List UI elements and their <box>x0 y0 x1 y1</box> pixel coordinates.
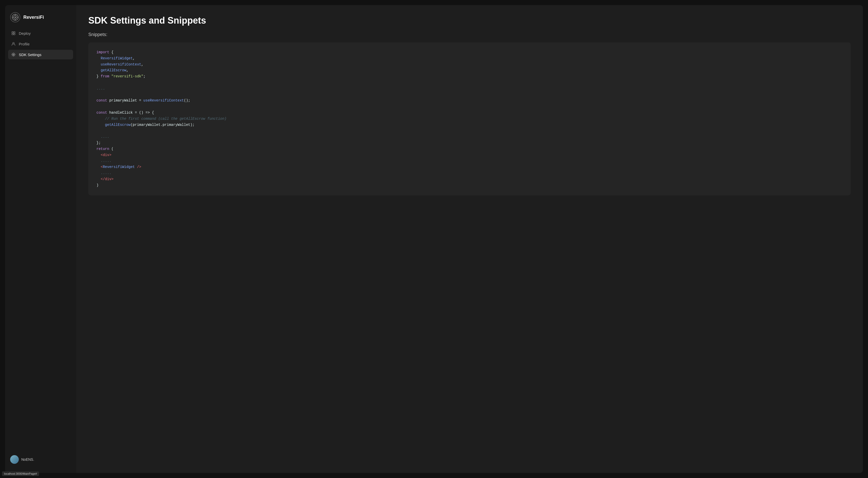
code-line-blank3 <box>96 104 843 110</box>
logo-icon <box>10 12 20 22</box>
svg-rect-8 <box>14 32 15 33</box>
code-line-close-paren: ) <box>96 183 843 189</box>
code-line-blank1 <box>96 79 843 86</box>
url-text: localhost:3000/MainPage# <box>4 472 37 475</box>
logo-svg <box>12 14 19 21</box>
url-bar: localhost:3000/MainPage# <box>2 471 39 476</box>
sdk-settings-label: SDK Settings <box>19 53 41 57</box>
avatar-image <box>10 455 19 464</box>
code-line-5: } from "reversifi-sdk"; <box>96 73 843 79</box>
code-line-close-brace: }; <box>96 140 843 146</box>
sidebar: ReversiFi Deploy Profile <box>5 5 76 473</box>
code-line-widget: <ReversifiWidget /> <box>96 164 843 170</box>
code-line-comment: // Run the first command (call the getAl… <box>96 116 843 122</box>
main-content: SDK Settings and Snippets Snippets: impo… <box>76 5 863 473</box>
code-line-dots2: .... <box>96 134 843 140</box>
code-line-div-open: <div> <box>96 152 843 158</box>
code-line-4: getAllEscrow, <box>96 67 843 73</box>
svg-point-2 <box>15 17 16 18</box>
sidebar-item-deploy[interactable]: Deploy <box>8 28 73 38</box>
sidebar-item-sdk-settings[interactable]: SDK Settings <box>8 50 73 59</box>
sdk-settings-icon <box>11 52 16 57</box>
snippets-label: Snippets: <box>88 32 851 37</box>
code-line-div-close: </div> <box>96 176 843 183</box>
code-line-1: import { <box>96 50 843 56</box>
code-line-3: useReversifiContext, <box>96 62 843 68</box>
profile-icon <box>11 42 16 46</box>
code-block: import { ReversifiWidget, useReversifiCo… <box>88 42 851 195</box>
sidebar-item-profile[interactable]: Profile <box>8 39 73 49</box>
svg-point-12 <box>13 54 14 55</box>
avatar <box>10 455 19 464</box>
page-title: SDK Settings and Snippets <box>88 15 851 26</box>
deploy-label: Deploy <box>19 31 31 35</box>
sidebar-footer: NoENS. <box>5 451 76 468</box>
profile-label: Profile <box>19 42 30 46</box>
code-line-blank2 <box>96 92 843 98</box>
sidebar-nav: Deploy Profile SDK Settings <box>5 28 76 451</box>
code-line-dots3: ..... <box>96 158 843 164</box>
svg-rect-9 <box>12 33 13 35</box>
code-line-pw: const primaryWallet = useReversifiContex… <box>96 98 843 104</box>
footer-username: NoENS. <box>21 457 34 461</box>
svg-rect-10 <box>14 33 15 35</box>
app-container: ReversiFi Deploy Profile <box>0 0 868 478</box>
code-line-gae: getAllEscrow(primaryWallet.primaryWallet… <box>96 122 843 128</box>
code-line-dots1: .... <box>96 86 843 92</box>
code-line-dots4: ..... <box>96 170 843 176</box>
code-line-2: ReversifiWidget, <box>96 56 843 62</box>
sidebar-logo[interactable]: ReversiFi <box>5 10 76 28</box>
logo-label: ReversiFi <box>23 15 44 20</box>
code-line-return: return ( <box>96 146 843 152</box>
code-line-hc: const handleClick = () => { <box>96 110 843 116</box>
code-line-blank4 <box>96 128 843 134</box>
svg-rect-7 <box>12 32 13 33</box>
deploy-icon <box>11 31 16 35</box>
